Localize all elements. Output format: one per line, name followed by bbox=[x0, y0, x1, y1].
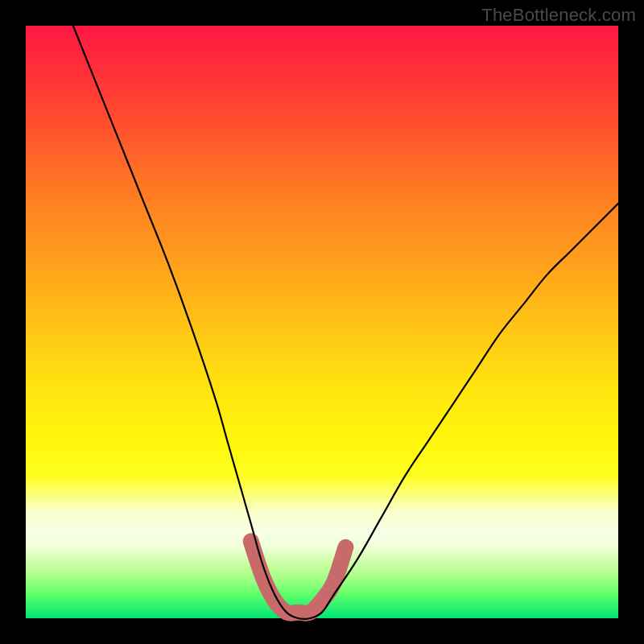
curve-layer bbox=[26, 26, 618, 618]
watermark-text: TheBottleneck.com bbox=[481, 5, 636, 26]
bottleneck-curve bbox=[73, 26, 618, 619]
optimal-range-marker bbox=[251, 541, 346, 613]
plot-area bbox=[26, 26, 618, 618]
chart-frame: TheBottleneck.com bbox=[0, 0, 644, 644]
